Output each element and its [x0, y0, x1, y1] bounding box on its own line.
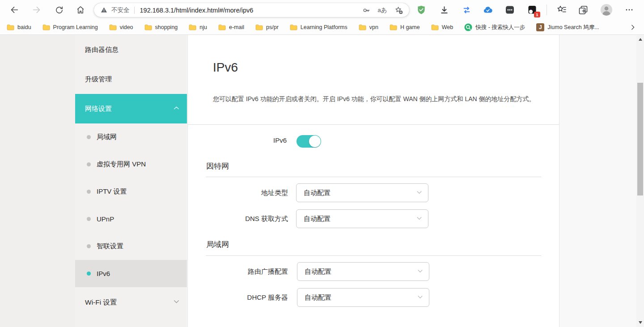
sidebar-subitem-label: 局域网 [97, 133, 117, 141]
scrollbar-thumb[interactable] [637, 83, 643, 195]
bookmark-label: nju [199, 24, 207, 30]
sidebar-subitem-upnp[interactable]: UPnP [75, 205, 187, 233]
sidebar-item-network-settings[interactable]: 网络设置 [75, 94, 187, 123]
sidebar-subitem-label: 智联设置 [97, 242, 123, 251]
ra-config-select[interactable]: 自动配置 [297, 262, 429, 281]
home-button[interactable] [75, 4, 86, 15]
dhcp-server-label: DHCP 服务器 [206, 288, 288, 307]
url-text[interactable]: 192.168.3.1/html/index.html#/more/ipv6 [140, 7, 356, 14]
bookmark-folder-pspr[interactable]: ps/pr [255, 24, 279, 30]
sidebar-item-upgrade[interactable]: 升级管理 [75, 64, 187, 94]
browser-toolbar: 不安全 192.168.3.1/html/index.html#/more/ip… [0, 0, 644, 20]
cloud-extension-button[interactable] [482, 4, 494, 16]
bookmark-folder-learning-platforms[interactable]: Learning Platforms [290, 24, 347, 30]
notification-extension-button[interactable]: 1 [526, 4, 538, 16]
triangle-down-icon [639, 321, 642, 324]
sidebar-item-label: 升级管理 [85, 75, 112, 84]
sidebar-item-label: Wi-Fi 设置 [85, 298, 117, 307]
ipv6-toggle[interactable] [297, 135, 321, 148]
sidebar-subitem-label: IPv6 [97, 270, 110, 277]
address-type-value: 自动配置 [304, 189, 330, 197]
bookmark-label: Program Learning [53, 24, 98, 30]
folder-icon [431, 24, 439, 30]
home-icon [76, 5, 85, 15]
bookmark-folder-nju[interactable]: nju [189, 24, 207, 30]
profile-button[interactable] [600, 4, 613, 16]
sidebar-subitem-label: IPTV 设置 [97, 187, 127, 196]
bullet-dot-icon [87, 190, 91, 194]
folder-icon [290, 24, 297, 30]
download-extension-button[interactable] [438, 4, 450, 16]
sidebar-subitem-vpn[interactable]: 虚拟专用网 VPN [75, 151, 187, 178]
folder-icon [359, 24, 366, 30]
add-favorite-button[interactable] [393, 5, 404, 16]
bookmark-label: 快搜 - 搜索快人一步 [475, 24, 525, 31]
sidebar-subitem-ipv6[interactable]: IPv6 [75, 260, 187, 287]
bookmark-kuaisou[interactable]: 快搜 - 搜索快人一步 [464, 23, 525, 31]
ellipsis-icon [624, 4, 635, 15]
chevron-down-icon [416, 267, 424, 276]
chevron-down-icon [415, 188, 424, 198]
security-label[interactable]: 不安全 [111, 6, 130, 14]
bookmarks-overflow-button[interactable] [629, 23, 637, 33]
bookmark-folder-shopping[interactable]: shopping [144, 24, 178, 30]
cloud-check-icon [483, 4, 493, 15]
bookmark-label: vpn [369, 24, 378, 30]
bullet-dot-icon [87, 244, 91, 248]
bookmark-folder-h-game[interactable]: H game [390, 24, 420, 30]
page-description: 您可以配置 IPv6 功能的开启或者关闭。开启 IPv6 功能，你可以配置 WA… [213, 94, 539, 103]
forward-button[interactable] [31, 4, 42, 15]
page-right-gutter [559, 35, 636, 327]
bookmark-folder-program-learning[interactable]: Program Learning [42, 24, 98, 30]
sidebar-subitem-lan[interactable]: 局域网 [75, 123, 187, 151]
dhcp-server-select[interactable]: 自动配置 [297, 288, 429, 307]
scroll-up-button[interactable] [636, 36, 644, 43]
sidebar-item-router-info[interactable]: 路由器信息 [75, 35, 187, 64]
adblock-extension-button[interactable] [415, 4, 427, 16]
folder-icon [255, 24, 263, 30]
folder-icon [189, 24, 196, 30]
folder-icon [42, 24, 50, 30]
dns-mode-select[interactable]: 自动配置 [296, 209, 428, 228]
password-key-button[interactable] [361, 5, 372, 16]
swap-arrows-icon [462, 5, 472, 15]
warning-triangle-icon [100, 6, 108, 14]
page-left-gutter [0, 35, 75, 327]
swap-extension-button[interactable] [461, 4, 472, 16]
collections-icon [578, 4, 589, 15]
sidebar-subitem-iptv[interactable]: IPTV 设置 [75, 178, 187, 205]
bookmark-jiumo[interactable]: J Jiumo Search 鸠摩... [536, 23, 599, 31]
download-icon [439, 5, 449, 15]
bookmark-label: ps/pr [266, 24, 279, 30]
favorites-hub-button[interactable] [556, 4, 568, 16]
scroll-down-button[interactable] [636, 319, 644, 326]
sidebar-subitem-smartlink[interactable]: 智联设置 [75, 233, 187, 260]
sidebar-item-wifi-settings[interactable]: Wi-Fi 设置 [75, 287, 187, 318]
dots-square-icon [504, 4, 515, 15]
router-admin-page: 路由器信息 升级管理 网络设置 局域网 虚拟专用网 VPN IPT [0, 35, 644, 327]
back-button[interactable] [9, 4, 20, 15]
ipv6-toggle-label: IPv6 [233, 134, 287, 147]
page-scrollbar[interactable] [636, 35, 644, 327]
lan-section-divider [206, 255, 541, 256]
extension-badge: 1 [534, 12, 540, 17]
address-type-select[interactable]: 自动配置 [296, 183, 428, 202]
bookmark-folder-baidu[interactable]: baidu [7, 24, 31, 30]
bookmark-folder-web[interactable]: Web [431, 24, 453, 30]
dots-extension-button[interactable] [504, 4, 516, 16]
settings-menu-button[interactable] [623, 4, 635, 16]
shield-check-icon [416, 4, 427, 15]
address-bar[interactable]: 不安全 192.168.3.1/html/index.html#/more/ip… [94, 3, 409, 17]
refresh-button[interactable] [54, 4, 64, 15]
translate-button[interactable]: aあ [377, 5, 388, 16]
bookmark-folder-vpn[interactable]: vpn [359, 24, 378, 30]
kuaisou-icon [464, 23, 472, 31]
collections-button[interactable] [577, 4, 589, 16]
ra-config-label: 路由广播配置 [206, 262, 288, 281]
back-icon [9, 5, 19, 15]
toolbar-separator [547, 4, 547, 15]
bookmark-folder-email[interactable]: e-mail [218, 24, 244, 30]
bookmark-label: shopping [155, 24, 178, 30]
bookmark-folder-video[interactable]: video [109, 24, 133, 30]
internet-section-title: 因特网 [206, 161, 229, 171]
